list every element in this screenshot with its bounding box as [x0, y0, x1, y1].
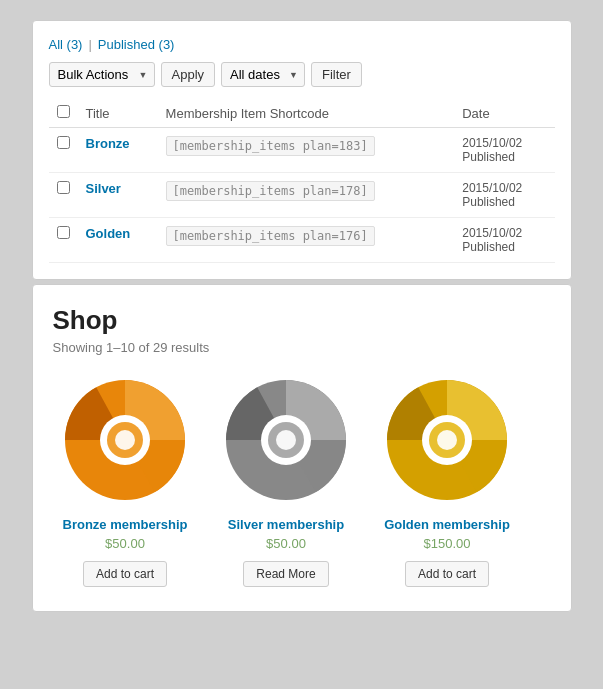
filter-button[interactable]: Filter [311, 62, 362, 87]
row-checkbox-cell [49, 218, 78, 263]
product-price: $50.00 [266, 536, 306, 551]
product-image [221, 375, 351, 505]
table-row: Silver [membership_items plan=178] 2015/… [49, 173, 555, 218]
product-price: $50.00 [105, 536, 145, 551]
svg-point-9 [276, 430, 296, 450]
row-shortcode-cell: [membership_items plan=176] [158, 218, 455, 263]
row-checkbox[interactable] [57, 181, 70, 194]
product-image [382, 375, 512, 505]
product-price: $150.00 [424, 536, 471, 551]
admin-panel: All (3) | Published (3) Bulk Actions App… [32, 20, 572, 280]
row-shortcode-cell: [membership_items plan=178] [158, 173, 455, 218]
col-date-header: Date [454, 99, 554, 128]
row-checkbox-cell [49, 173, 78, 218]
product-name[interactable]: Golden membership [384, 517, 510, 532]
item-title-link[interactable]: Silver [86, 181, 121, 196]
item-title-link[interactable]: Bronze [86, 136, 130, 151]
row-checkbox-cell [49, 128, 78, 173]
table-row: Golden [membership_items plan=176] 2015/… [49, 218, 555, 263]
table-row: Bronze [membership_items plan=183] 2015/… [49, 128, 555, 173]
select-all-checkbox[interactable] [57, 105, 70, 118]
row-date-cell: 2015/10/02Published [454, 128, 554, 173]
product-icon [221, 375, 351, 505]
filter-all-link[interactable]: All (3) [49, 37, 83, 52]
col-title-header: Title [78, 99, 158, 128]
product-card: Golden membership $150.00 Add to cart [375, 375, 520, 587]
shop-panel: Shop Showing 1–10 of 29 results [32, 284, 572, 612]
row-title-cell: Bronze [78, 128, 158, 173]
toolbar: Bulk Actions Apply All dates Filter [49, 62, 555, 87]
row-title-cell: Silver [78, 173, 158, 218]
product-name[interactable]: Bronze membership [63, 517, 188, 532]
svg-point-14 [437, 430, 457, 450]
shortcode-badge: [membership_items plan=183] [166, 136, 375, 156]
shop-title: Shop [53, 305, 551, 336]
all-dates-wrapper: All dates [221, 62, 305, 87]
row-checkbox[interactable] [57, 226, 70, 239]
table-header-row: Title Membership Item Shortcode Date [49, 99, 555, 128]
shortcode-badge: [membership_items plan=176] [166, 226, 375, 246]
row-shortcode-cell: [membership_items plan=183] [158, 128, 455, 173]
product-name[interactable]: Silver membership [228, 517, 344, 532]
shop-subtitle: Showing 1–10 of 29 results [53, 340, 551, 355]
items-table: Title Membership Item Shortcode Date Bro… [49, 99, 555, 263]
all-dates-select[interactable]: All dates [221, 62, 305, 87]
add-to-cart-button[interactable]: Add to cart [83, 561, 167, 587]
filter-row: All (3) | Published (3) [49, 37, 555, 52]
bulk-actions-wrapper: Bulk Actions [49, 62, 155, 87]
row-status: Published [462, 195, 546, 209]
row-status: Published [462, 150, 546, 164]
product-card: Silver membership $50.00 Read More [214, 375, 359, 587]
add-to-cart-button[interactable]: Read More [243, 561, 328, 587]
row-date-cell: 2015/10/02Published [454, 218, 554, 263]
shortcode-badge: [membership_items plan=178] [166, 181, 375, 201]
row-checkbox[interactable] [57, 136, 70, 149]
col-shortcode-header: Membership Item Shortcode [158, 99, 455, 128]
svg-point-4 [115, 430, 135, 450]
product-icon [382, 375, 512, 505]
row-date-cell: 2015/10/02Published [454, 173, 554, 218]
filter-separator: | [88, 37, 91, 52]
product-card: Bronze membership $50.00 Add to cart [53, 375, 198, 587]
apply-button[interactable]: Apply [161, 62, 216, 87]
row-title-cell: Golden [78, 218, 158, 263]
product-image [60, 375, 190, 505]
bulk-actions-select[interactable]: Bulk Actions [49, 62, 155, 87]
products-grid: Bronze membership $50.00 Add to cart [53, 375, 551, 587]
product-icon [60, 375, 190, 505]
row-status: Published [462, 240, 546, 254]
add-to-cart-button[interactable]: Add to cart [405, 561, 489, 587]
filter-published-link[interactable]: Published (3) [98, 37, 175, 52]
col-checkbox-header [49, 99, 78, 128]
item-title-link[interactable]: Golden [86, 226, 131, 241]
